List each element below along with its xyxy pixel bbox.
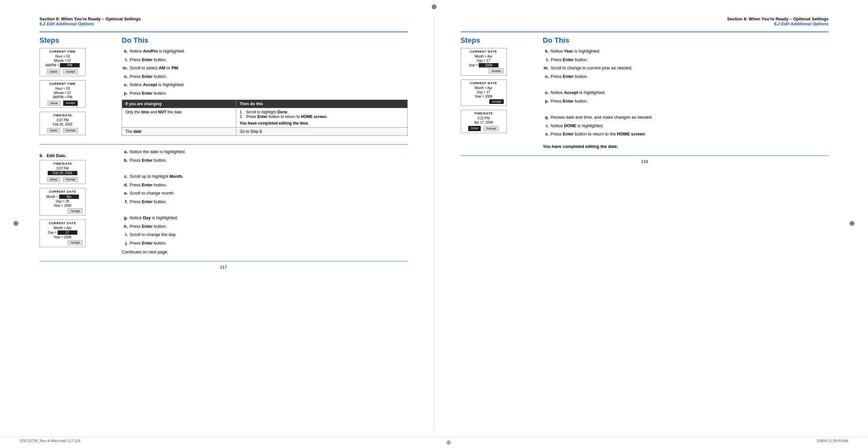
- time-date-screen-2: TIME/DATE 3:07 PM Feb 28, 2008 Done Form…: [39, 160, 86, 184]
- hour-row-2: Hour = 03: [42, 87, 83, 91]
- current-date-4-title: CURRENT DATE: [464, 81, 504, 85]
- step-9-label: 9. Edit Date.: [39, 153, 112, 158]
- year-row-1: Year = 2008: [42, 204, 83, 207]
- time-date-2-title: TIME/DATE: [42, 162, 83, 165]
- table-cell-2-2: Go to Step 8.: [236, 128, 407, 136]
- footer-left: DOC15736_Rev-A-Man.indd 117-118: [20, 439, 80, 446]
- time-date-screen-1: TIME/DATE 3:07 PM Feb 28, 2008 Done Form…: [39, 112, 86, 135]
- date-row-1: Feb 28, 2008: [42, 123, 83, 126]
- right-instruction-l: l. Press Enter button.: [543, 57, 829, 63]
- left-crosshair-icon: ⊕: [13, 219, 19, 227]
- right-section-subtitle: 6.2 Edit Additional Options: [461, 21, 829, 26]
- current-date-screen-4: CURRENT DATE Month = Apr Day = 17 Year =…: [461, 79, 507, 106]
- time-date-1-title: TIME/DATE: [42, 114, 83, 117]
- accept-btn-4: Accept: [67, 240, 83, 245]
- right-instruction-k: k. Notice Year is highlighted.: [543, 48, 829, 55]
- format-btn-3: Format: [483, 126, 499, 131]
- right-steps-header: Steps: [461, 36, 533, 45]
- month-row-2: Month = Apr: [42, 226, 83, 230]
- completed-text: You have completed editing the date.: [543, 144, 829, 149]
- format-btn-2: Format: [63, 177, 78, 182]
- date-row-3: Apr 17, 2008: [464, 120, 504, 124]
- current-time-2-title: CURRENT TIME: [42, 82, 83, 85]
- done-btn-5-highlighted: Done: [468, 126, 481, 131]
- top-crosshair-icon: ⊕: [431, 3, 437, 10]
- right-instruction-m: m. Scroll to change to current year as n…: [543, 65, 829, 71]
- year-row-3: Year = 2008: [464, 63, 504, 67]
- continued-text: Continued on next page.: [122, 249, 408, 254]
- bottom-crosshair-icon: ⊕: [446, 439, 451, 446]
- time-row-3: 3:12 PM: [464, 116, 504, 120]
- step9-instruction-f: f. Press Enter button.: [122, 199, 408, 205]
- day-row-1: Day = 28: [42, 200, 83, 203]
- month-row-1: Month = Apr: [42, 195, 83, 199]
- day-row-4: Day = 17: [464, 91, 504, 94]
- step9-instruction-e: e. Scroll to change month.: [122, 190, 408, 197]
- right-instruction-list: k. Notice Year is highlighted. l. Press …: [543, 48, 829, 137]
- right-do-this-header: Do This: [543, 36, 829, 45]
- current-date-screen-2: CURRENT DATE Month = Apr Day = 17 Year =…: [39, 219, 86, 247]
- right-page-header: Section 6: When You're Ready – Optional …: [461, 16, 829, 26]
- table-row-2: The date Go to Step 8.: [122, 128, 408, 136]
- current-time-screen-2: CURRENT TIME Hour = 03 Minute = 07 AM/PM…: [39, 80, 86, 108]
- step9-instruction-d: d. Press Enter button.: [122, 182, 408, 188]
- left-do-this-header: Do This: [122, 36, 408, 45]
- year-row-4: Year = 2008: [464, 95, 504, 98]
- left-page-header: Section 6: When You're Ready – Optional …: [39, 16, 408, 26]
- step9-instruction-h: h. Press Enter button.: [122, 223, 408, 230]
- current-date-screen-3: CURRENT DATE Month = Apr Day = 17 Year =…: [461, 48, 507, 76]
- right-instruction-n: n. Press Enter button.: [543, 73, 829, 80]
- instruction-m: m. Scroll to select AM or PM.: [122, 65, 408, 71]
- instruction-o: o. Notice Accept is highlighted.: [122, 81, 408, 88]
- step-9-section: 9. Edit Date. TIME/DATE 3:07 PM Feb 28, …: [39, 144, 408, 254]
- time-row-1: 3:07 PM: [42, 118, 83, 122]
- done-btn-1: Done: [47, 69, 60, 74]
- step9-instruction-c: c. Scroll up to highlight Month.: [122, 173, 408, 180]
- minute-row-2: Minute = 07: [42, 91, 83, 95]
- right-instruction-p: p. Press Enter button.: [543, 98, 829, 105]
- current-date-3-title: CURRENT DATE: [464, 50, 504, 53]
- step9-instruction-i: i. Scroll to change the day.: [122, 231, 408, 238]
- ampm-row-2: AM/PM = PM: [42, 95, 83, 99]
- left-steps-header: Steps: [39, 36, 112, 45]
- ampm-row-1: AM/PM = PM: [42, 63, 83, 67]
- current-date-screen-1: CURRENT DATE Month = Apr Day = 28 Year =…: [39, 188, 86, 216]
- date-row-2-highlighted: Feb 28, 2008: [42, 171, 83, 175]
- left-section-subtitle: 6.2 Edit Additional Options: [39, 21, 408, 26]
- current-date-1-title: CURRENT DATE: [42, 190, 83, 193]
- accept-btn-6-highlighted: Accept: [489, 99, 504, 104]
- day-row-2: Day = 17: [42, 231, 83, 235]
- month-row-3: Month = Apr: [464, 55, 504, 58]
- table-cell-1-1: Only the time and NOT the date: [122, 108, 236, 128]
- table-row-1: Only the time and NOT the date 1. Scroll…: [122, 108, 408, 128]
- accept-btn-3: Accept: [67, 208, 83, 214]
- current-time-1-title: CURRENT TIME: [42, 50, 83, 53]
- right-page-number: 118: [461, 156, 829, 167]
- instruction-l: l. Press Enter button.: [122, 57, 408, 63]
- table-header-1: If you are changing: [122, 100, 236, 108]
- format-btn-1: Format: [63, 128, 78, 133]
- accept-btn-1: Accept: [63, 69, 78, 74]
- instruction-n: n. Press Enter button.: [122, 73, 408, 80]
- time-date-3-title: TIME/DATE: [464, 112, 504, 115]
- done-btn-4: Done: [47, 177, 60, 182]
- accept-btn-5: Accept: [489, 68, 504, 74]
- left-instruction-list: k. Notice Am/Pm is highlighted. l. Press…: [122, 48, 408, 96]
- time-date-screen-3: TIME/DATE 3:12 PM Apr 17, 2008 Done Form…: [461, 110, 507, 133]
- right-instruction-r: r. Notice DONE is highlighted.: [543, 123, 829, 129]
- table-cell-2-1: The date: [122, 128, 236, 136]
- step9-instruction-b: b. Press Enter button.: [122, 157, 408, 164]
- right-instruction-s: s. Press Enter button to return to the H…: [543, 131, 829, 137]
- year-row-2: Year = 2008: [42, 235, 83, 239]
- minute-row-1: Minute = 07: [42, 59, 83, 63]
- done-btn-3: Done: [47, 128, 60, 133]
- right-section-title: Section 6: When You're Ready – Optional …: [461, 16, 829, 21]
- month-row-4: Month = Apr: [464, 86, 504, 90]
- option-table: If you are changing Then do this Only th…: [122, 100, 408, 136]
- step9-instruction-j: j. Press Enter button.: [122, 240, 408, 246]
- instruction-k: k. Notice Am/Pm is highlighted.: [122, 48, 408, 55]
- left-page-number: 117: [39, 261, 408, 273]
- table-header-2: Then do this: [236, 100, 407, 108]
- current-time-screen-1: CURRENT TIME Hour = 03 Minute = 07 AM/PM…: [39, 48, 86, 76]
- instruction-p: p. Press Enter button.: [122, 90, 408, 97]
